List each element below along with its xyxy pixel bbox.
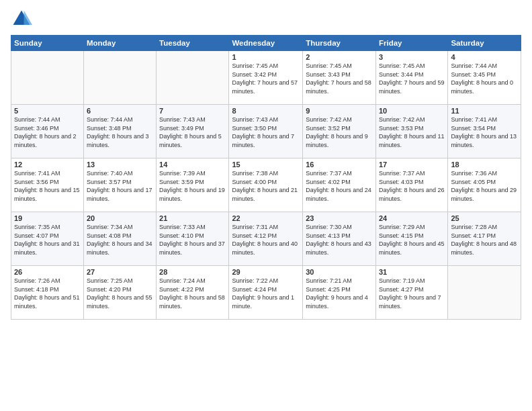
day-number: 19: [14, 214, 81, 222]
calendar-cell: 2Sunrise: 7:45 AM Sunset: 3:43 PM Daylig…: [303, 51, 376, 105]
day-number: 11: [451, 107, 518, 115]
day-info: Sunrise: 7:38 AM Sunset: 4:00 PM Dayligh…: [232, 169, 300, 203]
day-info: Sunrise: 7:43 AM Sunset: 3:49 PM Dayligh…: [159, 116, 226, 149]
day-number: 5: [14, 107, 81, 115]
calendar-cell: 28Sunrise: 7:24 AM Sunset: 4:22 PM Dayli…: [157, 266, 229, 320]
day-info: Sunrise: 7:44 AM Sunset: 3:46 PM Dayligh…: [14, 116, 81, 149]
day-info: Sunrise: 7:45 AM Sunset: 3:43 PM Dayligh…: [306, 62, 373, 95]
day-info: Sunrise: 7:43 AM Sunset: 3:50 PM Dayligh…: [232, 116, 300, 149]
page: SundayMondayTuesdayWednesdayThursdayFrid…: [0, 0, 532, 411]
calendar-cell: 30Sunrise: 7:21 AM Sunset: 4:25 PM Dayli…: [303, 266, 376, 320]
day-number: 15: [232, 161, 300, 169]
day-info: Sunrise: 7:45 AM Sunset: 3:44 PM Dayligh…: [379, 62, 445, 95]
day-number: 10: [379, 107, 445, 115]
calendar-cell: 12Sunrise: 7:41 AM Sunset: 3:56 PM Dayli…: [11, 158, 84, 212]
calendar-week-1: 1Sunrise: 7:45 AM Sunset: 3:42 PM Daylig…: [11, 51, 521, 105]
day-info: Sunrise: 7:44 AM Sunset: 3:45 PM Dayligh…: [451, 62, 518, 95]
day-info: Sunrise: 7:42 AM Sunset: 3:52 PM Dayligh…: [306, 116, 373, 149]
calendar-cell: 31Sunrise: 7:19 AM Sunset: 4:27 PM Dayli…: [375, 266, 447, 320]
calendar-cell: 9Sunrise: 7:42 AM Sunset: 3:52 PM Daylig…: [303, 105, 376, 158]
calendar-cell: 6Sunrise: 7:44 AM Sunset: 3:48 PM Daylig…: [83, 105, 156, 158]
day-number: 3: [379, 53, 445, 61]
calendar-week-4: 19Sunrise: 7:35 AM Sunset: 4:07 PM Dayli…: [11, 212, 521, 266]
day-number: 2: [306, 53, 373, 61]
day-info: Sunrise: 7:25 AM Sunset: 4:20 PM Dayligh…: [87, 277, 153, 310]
day-number: 30: [306, 268, 373, 276]
calendar-cell: 15Sunrise: 7:38 AM Sunset: 4:00 PM Dayli…: [229, 158, 303, 212]
day-number: 6: [87, 107, 153, 115]
day-number: 9: [306, 107, 373, 115]
day-number: 18: [451, 161, 518, 169]
day-number: 21: [159, 214, 226, 222]
calendar-cell: 25Sunrise: 7:28 AM Sunset: 4:17 PM Dayli…: [448, 212, 521, 266]
day-number: 16: [306, 161, 373, 169]
day-info: Sunrise: 7:33 AM Sunset: 4:10 PM Dayligh…: [159, 223, 226, 257]
day-info: Sunrise: 7:41 AM Sunset: 3:56 PM Dayligh…: [14, 169, 81, 203]
day-info: Sunrise: 7:22 AM Sunset: 4:24 PM Dayligh…: [232, 277, 300, 310]
calendar-header: SundayMondayTuesdayWednesdayThursdayFrid…: [11, 36, 521, 51]
weekday-row: SundayMondayTuesdayWednesdayThursdayFrid…: [11, 36, 521, 51]
weekday-header-saturday: Saturday: [448, 36, 521, 51]
calendar-cell: 22Sunrise: 7:31 AM Sunset: 4:12 PM Dayli…: [229, 212, 303, 266]
day-number: 31: [379, 268, 445, 276]
calendar-cell: 17Sunrise: 7:37 AM Sunset: 4:03 PM Dayli…: [375, 158, 447, 212]
calendar-cell: [157, 51, 229, 105]
day-number: 23: [306, 214, 373, 222]
calendar-cell: 7Sunrise: 7:43 AM Sunset: 3:49 PM Daylig…: [157, 105, 229, 158]
day-number: 14: [159, 161, 226, 169]
day-info: Sunrise: 7:31 AM Sunset: 4:12 PM Dayligh…: [232, 223, 300, 257]
weekday-header-friday: Friday: [375, 36, 447, 51]
day-number: 24: [379, 214, 445, 222]
weekday-header-wednesday: Wednesday: [229, 36, 303, 51]
day-number: 4: [451, 53, 518, 61]
calendar-cell: 26Sunrise: 7:26 AM Sunset: 4:18 PM Dayli…: [11, 266, 84, 320]
day-info: Sunrise: 7:28 AM Sunset: 4:17 PM Dayligh…: [451, 223, 518, 257]
day-info: Sunrise: 7:24 AM Sunset: 4:22 PM Dayligh…: [159, 277, 226, 310]
logo-icon: [11, 8, 32, 30]
day-info: Sunrise: 7:19 AM Sunset: 4:27 PM Dayligh…: [379, 277, 445, 310]
day-info: Sunrise: 7:44 AM Sunset: 3:48 PM Dayligh…: [87, 116, 153, 149]
calendar-cell: 14Sunrise: 7:39 AM Sunset: 3:59 PM Dayli…: [157, 158, 229, 212]
day-info: Sunrise: 7:42 AM Sunset: 3:53 PM Dayligh…: [379, 116, 445, 149]
day-info: Sunrise: 7:37 AM Sunset: 4:02 PM Dayligh…: [306, 169, 373, 203]
day-number: 29: [232, 268, 300, 276]
calendar-cell: 20Sunrise: 7:34 AM Sunset: 4:08 PM Dayli…: [83, 212, 156, 266]
header: [11, 8, 521, 30]
day-number: 26: [14, 268, 81, 276]
day-number: 8: [232, 107, 300, 115]
day-number: 17: [379, 161, 445, 169]
day-info: Sunrise: 7:36 AM Sunset: 4:05 PM Dayligh…: [451, 169, 518, 203]
calendar-cell: 13Sunrise: 7:40 AM Sunset: 3:57 PM Dayli…: [83, 158, 156, 212]
day-number: 13: [87, 161, 153, 169]
calendar-cell: [11, 51, 84, 105]
day-number: 7: [159, 107, 226, 115]
calendar-cell: 1Sunrise: 7:45 AM Sunset: 3:42 PM Daylig…: [229, 51, 303, 105]
weekday-header-tuesday: Tuesday: [157, 36, 229, 51]
calendar-cell: 8Sunrise: 7:43 AM Sunset: 3:50 PM Daylig…: [229, 105, 303, 158]
calendar-cell: 24Sunrise: 7:29 AM Sunset: 4:15 PM Dayli…: [375, 212, 447, 266]
calendar-cell: 21Sunrise: 7:33 AM Sunset: 4:10 PM Dayli…: [157, 212, 229, 266]
calendar-cell: 23Sunrise: 7:30 AM Sunset: 4:13 PM Dayli…: [303, 212, 376, 266]
day-info: Sunrise: 7:34 AM Sunset: 4:08 PM Dayligh…: [87, 223, 153, 257]
calendar-cell: 3Sunrise: 7:45 AM Sunset: 3:44 PM Daylig…: [375, 51, 447, 105]
calendar-cell: 10Sunrise: 7:42 AM Sunset: 3:53 PM Dayli…: [375, 105, 447, 158]
day-number: 20: [87, 214, 153, 222]
weekday-header-thursday: Thursday: [303, 36, 376, 51]
logo: [11, 8, 35, 30]
calendar-week-5: 26Sunrise: 7:26 AM Sunset: 4:18 PM Dayli…: [11, 266, 521, 320]
day-info: Sunrise: 7:35 AM Sunset: 4:07 PM Dayligh…: [14, 223, 81, 257]
day-info: Sunrise: 7:39 AM Sunset: 3:59 PM Dayligh…: [159, 169, 226, 203]
calendar-cell: 11Sunrise: 7:41 AM Sunset: 3:54 PM Dayli…: [448, 105, 521, 158]
weekday-header-sunday: Sunday: [11, 36, 84, 51]
day-info: Sunrise: 7:30 AM Sunset: 4:13 PM Dayligh…: [306, 223, 373, 257]
day-number: 28: [159, 268, 226, 276]
calendar-cell: 27Sunrise: 7:25 AM Sunset: 4:20 PM Dayli…: [83, 266, 156, 320]
calendar-cell: 19Sunrise: 7:35 AM Sunset: 4:07 PM Dayli…: [11, 212, 84, 266]
calendar-cell: 29Sunrise: 7:22 AM Sunset: 4:24 PM Dayli…: [229, 266, 303, 320]
day-number: 27: [87, 268, 153, 276]
day-number: 1: [232, 53, 300, 61]
calendar-week-3: 12Sunrise: 7:41 AM Sunset: 3:56 PM Dayli…: [11, 158, 521, 212]
calendar-cell: 18Sunrise: 7:36 AM Sunset: 4:05 PM Dayli…: [448, 158, 521, 212]
day-number: 12: [14, 161, 81, 169]
calendar-cell: [448, 266, 521, 320]
